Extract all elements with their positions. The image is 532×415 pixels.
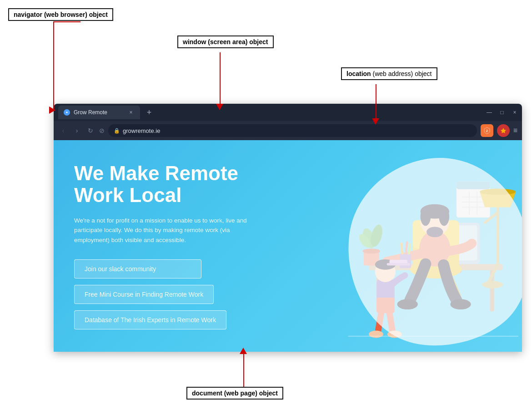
- navigator-annotation-label: navigator (web browser) object: [8, 8, 113, 21]
- blob-background: [326, 145, 522, 352]
- window-label-text: window (screen area) object: [183, 38, 268, 46]
- cta-buttons-group: Join our slack community Free Mini Cours…: [74, 259, 270, 329]
- forward-button[interactable]: ›: [72, 126, 82, 136]
- brave-shields-icon[interactable]: 2: [481, 124, 493, 137]
- browser-toolbar: ‹ › ↻ ⊘ 🔒 growremote.ie 2 ≡: [54, 121, 522, 140]
- hero-title-line1: We Make Remote: [74, 162, 238, 184]
- hero-left-section: We Make Remote Work Local We're a not fo…: [54, 140, 288, 352]
- hero-title: We Make Remote Work Local: [74, 162, 270, 207]
- back-button[interactable]: ‹: [58, 126, 68, 136]
- window-line-vertical: [220, 52, 221, 107]
- document-label-text: document (web page) object: [192, 390, 278, 397]
- slack-community-button[interactable]: Join our slack community: [74, 259, 201, 278]
- browser-tab[interactable]: Grow Remote ×: [58, 106, 140, 119]
- navigator-line-horizontal-top: [53, 21, 80, 22]
- window-annotation-label: window (screen area) object: [177, 35, 274, 48]
- mini-course-button[interactable]: Free Mini Course in Finding Remote Work: [74, 285, 214, 304]
- irish-experts-button[interactable]: Database of The Irish Experts in Remote …: [74, 310, 226, 329]
- hero-description: We're a not for profit on a mission to e…: [74, 216, 247, 245]
- hero-right-section: [288, 140, 522, 352]
- tab-title-text: Grow Remote: [74, 109, 124, 116]
- website-content: We Make Remote Work Local We're a not fo…: [54, 140, 522, 352]
- document-arrow: [240, 348, 247, 354]
- navigator-line-vertical: [53, 21, 54, 110]
- browser-window: Grow Remote × + — □ × ‹ › ↻ ⊘ 🔒 growremo…: [54, 104, 522, 352]
- menu-button[interactable]: ≡: [513, 127, 517, 135]
- website-viewport: We Make Remote Work Local We're a not fo…: [54, 140, 522, 352]
- location-arrow: [372, 118, 379, 125]
- document-line-vertical: [243, 351, 244, 388]
- minimize-button[interactable]: —: [487, 110, 492, 115]
- window-controls: — □ ×: [487, 110, 517, 115]
- brave-rewards-icon[interactable]: [497, 124, 510, 137]
- toolbar-right: 2 ≡: [481, 124, 517, 137]
- maximize-button[interactable]: □: [499, 110, 505, 115]
- new-tab-button[interactable]: +: [144, 107, 155, 118]
- location-line-vertical: [376, 84, 376, 121]
- document-annotation-label: document (web page) object: [186, 387, 283, 400]
- lock-icon: 🔒: [114, 128, 120, 134]
- refresh-button[interactable]: ↻: [85, 126, 95, 136]
- browser-titlebar: Grow Remote × + — □ ×: [54, 104, 522, 121]
- hero-title-line2: Work Local: [74, 184, 181, 206]
- location-annotation-label: location (web address) object: [341, 67, 437, 80]
- location-label-subtext: (web address) object: [373, 70, 432, 77]
- bookmark-button[interactable]: ⊘: [99, 127, 105, 134]
- navigator-label-text: navigator (web browser) object: [14, 11, 108, 18]
- navigator-arrow: [49, 106, 55, 114]
- close-button[interactable]: ×: [512, 110, 517, 115]
- address-text: growremote.ie: [123, 127, 160, 134]
- svg-marker-2: [501, 128, 506, 133]
- svg-text:2: 2: [486, 129, 488, 132]
- window-arrow: [216, 104, 223, 110]
- address-bar[interactable]: 🔒 growremote.ie: [108, 124, 477, 137]
- tab-favicon: [64, 109, 70, 116]
- location-label-text: location: [346, 70, 371, 77]
- tab-close-button[interactable]: ×: [127, 109, 135, 116]
